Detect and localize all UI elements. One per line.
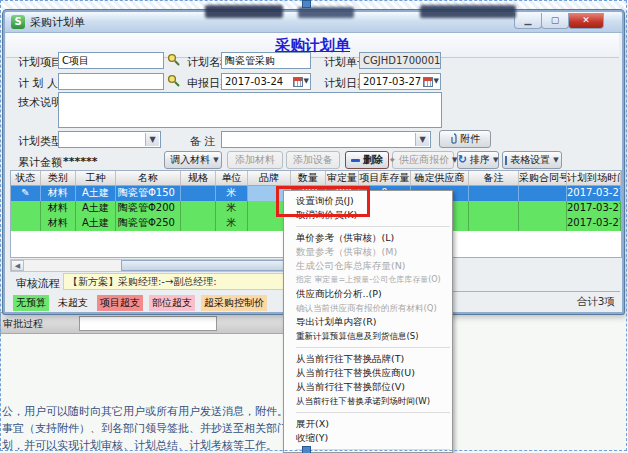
cell-remark[interactable] [469, 216, 519, 231]
sort-button[interactable]: ↻ 排序▼ [457, 151, 499, 169]
menu-item-confirm-supplier-quotes[interactable]: 确认当前供应商有报价的所有材料(Q) [284, 301, 452, 315]
menu-item-cancel-inquirer[interactable]: 取消询价员(K) [284, 208, 452, 222]
supplier-quote-label: 供应商报价 [399, 153, 449, 167]
cell-promised-date[interactable] [621, 216, 622, 231]
scroll-left-arrow[interactable]: ◀ [11, 260, 24, 271]
table-settings-label: 表格设置 [510, 153, 550, 167]
cell-unit[interactable]: 米 [216, 186, 248, 201]
column-header[interactable]: 采购合同号 [519, 171, 567, 186]
column-header[interactable]: 品牌 [248, 171, 291, 186]
cell-arrival-date[interactable]: 2017-03-27 [567, 201, 621, 216]
delete-button[interactable]: 删除 [345, 151, 389, 169]
cell-status[interactable] [11, 216, 41, 231]
lookup-icon[interactable] [167, 74, 181, 88]
cell-trade[interactable]: A土建 [76, 201, 116, 216]
column-header[interactable]: 备注 [469, 171, 519, 186]
column-header[interactable]: 类别 [41, 171, 76, 186]
cell-contract-no[interactable] [519, 216, 567, 231]
menu-item-collapse[interactable]: 收缩(Y) [284, 431, 452, 445]
cell-promised-date[interactable] [621, 201, 622, 216]
close-button[interactable]: ✕ [568, 13, 604, 29]
cell-arrival-date[interactable]: 2017-03-27 [567, 216, 621, 231]
menu-item-qty-ref[interactable]: 数量参考（供审核）(M) [284, 245, 452, 259]
lookup-icon[interactable] [167, 53, 181, 67]
cell-unit[interactable]: 米 [216, 216, 248, 231]
menu-item-replace-supplier[interactable]: 从当前行往下替换供应商(U) [284, 366, 452, 380]
cell-category[interactable]: 材料 [41, 186, 76, 201]
menu-item-gen-warehouse-stock[interactable]: 生成公司仓库总库存量(N) [284, 259, 452, 273]
column-header[interactable]: 单位 [216, 171, 248, 186]
add-equipment-button[interactable]: 添加设备 [286, 151, 340, 169]
cell-remark[interactable] [469, 201, 519, 216]
import-material-button[interactable]: 调入材料▼ [164, 151, 222, 169]
cell-spec[interactable] [181, 216, 216, 231]
chevron-down-icon[interactable]: ▼ [145, 133, 159, 146]
table-settings-button[interactable]: 表格设置▼ [502, 151, 562, 169]
column-header[interactable]: 项目库存量 [359, 171, 411, 186]
menu-item-replace-part[interactable]: 从当前行往下替换部位(V) [284, 380, 452, 394]
cell-category[interactable]: 材料 [41, 216, 76, 231]
legend-project-over: 项目超支 [97, 295, 143, 311]
menu-separator [296, 226, 450, 227]
calendar-icon[interactable] [423, 77, 433, 87]
cell-name[interactable]: 陶瓷管Φ150 [116, 186, 181, 201]
selection-handle-top[interactable] [302, 0, 311, 8]
plan-date-input[interactable]: 2017-03-27 ▼ [359, 73, 441, 90]
cell-name[interactable]: 陶瓷管Φ200 [116, 201, 181, 216]
column-header[interactable]: 工种 [76, 171, 116, 186]
menu-item-recalc-budget[interactable]: 重新计算预算信息及到货信息(S) [284, 329, 452, 343]
chevron-down-icon[interactable]: ▼ [415, 133, 429, 146]
cell-trade[interactable]: A土建 [76, 186, 116, 201]
cell-trade[interactable]: A土建 [76, 216, 116, 231]
calendar-icon[interactable] [293, 77, 303, 87]
column-header[interactable]: 确定供应商 [411, 171, 469, 186]
column-header[interactable]: 名称 [116, 171, 181, 186]
maximize-button[interactable]: ▢ [541, 13, 569, 29]
cell-contract-no[interactable] [519, 186, 567, 201]
cell-category[interactable]: 材料 [41, 201, 76, 216]
chevron-down-icon: ▼ [553, 156, 558, 164]
cell-unit[interactable]: 米 [216, 201, 248, 216]
menu-item-set-inquirer[interactable]: 设置询价员(J) [284, 194, 452, 208]
menu-item-export-plan[interactable]: 导出计划单内容(R) [284, 315, 452, 329]
menu-item-replace-promised-time[interactable]: 从当前行往下替换承诺到场时间(W) [284, 394, 452, 408]
cell-spec[interactable] [181, 201, 216, 216]
attachment-button[interactable]: 附件 [439, 130, 491, 148]
legend-part-over: 部位超支 [149, 295, 195, 311]
column-header[interactable]: 状态 [11, 171, 41, 186]
column-header[interactable]: 承诺到场时间 [621, 171, 622, 186]
cell-promised-date[interactable] [621, 186, 622, 201]
cell-remark[interactable] [469, 186, 519, 201]
remark-combo[interactable]: ▼ [221, 131, 431, 148]
plan-type-select[interactable]: ▼ [58, 131, 161, 148]
supplier-quote-button[interactable]: ✦ 供应商报价▼ [392, 151, 454, 169]
column-header[interactable]: 审定量 [326, 171, 359, 186]
selection-handle-bottom[interactable] [302, 446, 311, 453]
menu-item-replace-brand[interactable]: 从当前行往下替换品牌(T) [284, 352, 452, 366]
cell-arrival-date[interactable]: 2017-03-27 [567, 186, 621, 201]
cell-spec[interactable] [181, 186, 216, 201]
column-header[interactable]: 计划到场时间 [567, 171, 621, 186]
column-header[interactable]: 数量 [291, 171, 326, 186]
plan-type-label: 计划类型 [18, 134, 62, 149]
add-material-button[interactable]: 添加材料 [227, 151, 283, 169]
menu-item-supplier-price-analysis[interactable]: 供应商比价分析..(P) [284, 287, 452, 301]
menu-item-expand[interactable]: 展开(X) [284, 417, 452, 431]
planner-input[interactable] [58, 73, 164, 90]
menu-item-assign-approved-qty[interactable]: 指定 审定量=上报量-公司仓库库存量(O) [284, 273, 452, 287]
plan-name-input[interactable]: 陶瓷管采购 [221, 52, 311, 69]
tech-desc-textarea[interactable] [58, 92, 442, 128]
declare-date-input[interactable]: 2017-03-24 ▼ [221, 73, 311, 90]
plan-project-input[interactable]: C项目 [58, 52, 164, 69]
column-header[interactable]: 规格 [181, 171, 216, 186]
cell-status[interactable] [11, 201, 41, 216]
attachment-label: 附件 [461, 132, 481, 146]
cell-name[interactable]: 陶瓷管Φ250 [116, 216, 181, 231]
cell-contract-no[interactable] [519, 201, 567, 216]
chevron-down-icon[interactable]: ▼ [434, 75, 439, 88]
chevron-down-icon[interactable]: ▼ [304, 75, 309, 88]
minus-icon [351, 159, 360, 162]
menu-separator [296, 412, 450, 413]
menu-item-unit-price-ref[interactable]: 单价参考（供审核）(L) [284, 231, 452, 245]
minimize-button[interactable]: ▁ [514, 13, 542, 29]
